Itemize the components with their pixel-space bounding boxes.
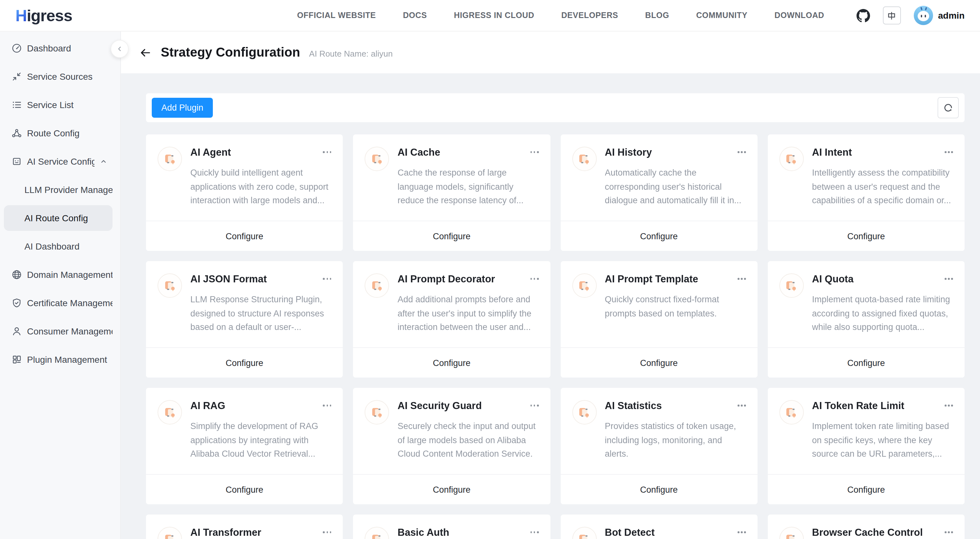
plugin-card-body: AI Token Rate LimitImplement token rate …: [768, 388, 965, 461]
plugin-card-description: Quickly build intelligent agent applicat…: [190, 166, 333, 207]
configure-button[interactable]: Configure: [768, 474, 965, 504]
nav-link-higress-in-cloud[interactable]: HIGRESS IN CLOUD: [454, 11, 535, 20]
configure-button[interactable]: Configure: [768, 221, 965, 251]
ellipsis-menu-icon[interactable]: [734, 272, 747, 283]
plugin-card-basic-auth: Basic AuthConfigure: [353, 515, 550, 539]
plugin-card-title: AI Transformer: [190, 526, 261, 539]
plugin-card-description: Automatically cache the corresponding us…: [605, 166, 747, 207]
plugin-card-title: AI Prompt Template: [605, 272, 698, 286]
top-nav-links: OFFICIAL WEBSITEDOCSHIGRESS IN CLOUDDEVE…: [297, 11, 824, 20]
ellipsis-menu-icon[interactable]: [941, 526, 954, 537]
plugin-card-title: Bot Detect: [605, 526, 655, 539]
plugin-card-title: AI History: [605, 145, 652, 159]
plugin-card-ai-intent: AI IntentIntelligently assess the compat…: [768, 134, 965, 251]
ellipsis-menu-icon[interactable]: [527, 145, 540, 156]
ellipsis-menu-icon[interactable]: [734, 145, 747, 156]
sidebar-item-dashboard[interactable]: Dashboard: [4, 35, 113, 61]
configure-button[interactable]: Configure: [146, 347, 343, 378]
configure-button[interactable]: Configure: [146, 221, 343, 251]
sidebar-item-route-config[interactable]: Route Config: [4, 120, 113, 146]
plugin-card-ai-rag: AI RAGSimplify the development of RAG ap…: [146, 388, 343, 504]
configure-button[interactable]: Configure: [560, 221, 757, 251]
sidebar: DashboardService SourcesService ListRout…: [0, 32, 121, 539]
plugin-card-title: AI Agent: [190, 145, 231, 159]
sidebar-item-ai-route-config[interactable]: AI Route Config: [4, 205, 113, 231]
configure-button[interactable]: Configure: [353, 221, 550, 251]
ellipsis-menu-icon[interactable]: [527, 526, 540, 537]
plugin-card-title: AI Statistics: [605, 399, 662, 413]
plugin-card-description: Simplify the development of RAG applicat…: [190, 419, 333, 461]
back-button[interactable]: [138, 45, 153, 59]
nav-link-blog[interactable]: BLOG: [645, 11, 670, 20]
chinese-lang-icon: [887, 11, 897, 20]
arrow-left-icon: [140, 47, 151, 58]
plugin-card-description: Add additional prompts before and after …: [398, 293, 540, 334]
configure-button[interactable]: Configure: [353, 474, 550, 504]
plugin-card-body: AI Prompt DecoratorAdd additional prompt…: [353, 261, 550, 334]
sidebar-item-service-sources[interactable]: Service Sources: [4, 64, 113, 89]
ellipsis-menu-icon[interactable]: [319, 526, 333, 537]
github-icon[interactable]: [856, 9, 870, 22]
sidebar-item-ai-service-config[interactable]: AI Service Config: [4, 148, 113, 174]
configure-button[interactable]: Configure: [560, 347, 757, 378]
add-plugin-button[interactable]: Add Plugin: [152, 98, 213, 118]
plugin-card-grid: AI AgentQuickly build intelligent agent …: [146, 134, 964, 539]
plugin-card-title: AI JSON Format: [190, 272, 267, 286]
plugin-card-description: Cache the response of large language mod…: [398, 166, 540, 207]
sidebar-item-llm-provider-management[interactable]: LLM Provider Management: [4, 177, 113, 203]
nav-link-developers[interactable]: DEVELOPERS: [562, 11, 618, 20]
plugin-icon: [158, 147, 182, 171]
ellipsis-menu-icon[interactable]: [319, 272, 333, 283]
plugin-card-ai-statistics: AI StatisticsProvides statistics of toke…: [560, 388, 757, 504]
plugin-card-title: AI Cache: [398, 145, 441, 159]
consumer-management-icon: [11, 326, 22, 336]
ellipsis-menu-icon[interactable]: [319, 145, 333, 156]
sidebar-item-plugin-management[interactable]: Plugin Management: [4, 347, 113, 372]
language-switch-button[interactable]: [883, 6, 901, 24]
page-title: Strategy Configuration: [161, 45, 300, 60]
configure-button[interactable]: Configure: [146, 474, 343, 504]
sidebar-item-certificate-management[interactable]: Certificate Management: [4, 290, 113, 316]
configure-button[interactable]: Configure: [353, 347, 550, 378]
sidebar-item-ai-dashboard[interactable]: AI Dashboard: [4, 233, 113, 259]
plugin-card-description: Quickly construct fixed-format prompts b…: [605, 293, 747, 320]
higress-logo[interactable]: Higress: [16, 6, 72, 25]
ellipsis-menu-icon[interactable]: [527, 272, 540, 283]
plugin-icon: [365, 400, 389, 424]
plugin-card-body: AI StatisticsProvides statistics of toke…: [560, 388, 757, 461]
username: admin: [938, 10, 964, 21]
refresh-button[interactable]: [937, 97, 959, 118]
sidebar-item-domain-management[interactable]: Domain Management: [4, 262, 113, 287]
ellipsis-menu-icon[interactable]: [941, 272, 954, 283]
ellipsis-menu-icon[interactable]: [319, 399, 333, 410]
nav-link-download[interactable]: DOWNLOAD: [775, 11, 824, 20]
configure-button[interactable]: Configure: [768, 347, 965, 378]
service-list-icon: [11, 100, 22, 110]
sidebar-collapse-button[interactable]: [111, 40, 129, 58]
plugin-card-title: AI Token Rate Limit: [812, 399, 904, 413]
sidebar-item-label: Dashboard: [27, 43, 113, 53]
plugin-icon: [158, 400, 182, 424]
plugin-card-body: AI HistoryAutomatically cache the corres…: [560, 134, 757, 207]
plugin-card-description: Intelligently assess the compatibility b…: [812, 166, 955, 207]
nav-link-community[interactable]: COMMUNITY: [696, 11, 748, 20]
top-nav: Higress OFFICIAL WEBSITEDOCSHIGRESS IN C…: [0, 0, 980, 32]
plugin-icon: [572, 147, 597, 171]
user-menu[interactable]: admin: [914, 6, 964, 25]
sidebar-item-service-list[interactable]: Service List: [4, 92, 113, 118]
nav-link-official-website[interactable]: OFFICIAL WEBSITE: [297, 11, 376, 20]
nav-link-docs[interactable]: DOCS: [403, 11, 427, 20]
ellipsis-menu-icon[interactable]: [734, 526, 747, 537]
ellipsis-menu-icon[interactable]: [734, 399, 747, 410]
ellipsis-menu-icon[interactable]: [941, 145, 954, 156]
configure-button[interactable]: Configure: [560, 474, 757, 504]
plugin-card-body: AI JSON FormatLLM Response Structuring P…: [146, 261, 343, 334]
plugin-icon: [158, 273, 182, 298]
sidebar-item-consumer-management[interactable]: Consumer Management: [4, 318, 113, 344]
sidebar-item-label: Service Sources: [27, 72, 113, 82]
plugin-icon: [572, 527, 597, 539]
ellipsis-menu-icon[interactable]: [527, 399, 540, 410]
ellipsis-menu-icon[interactable]: [941, 399, 954, 410]
plugin-card-body: AI Security GuardSecurely check the inpu…: [353, 388, 550, 461]
plugin-icon: [158, 527, 182, 539]
